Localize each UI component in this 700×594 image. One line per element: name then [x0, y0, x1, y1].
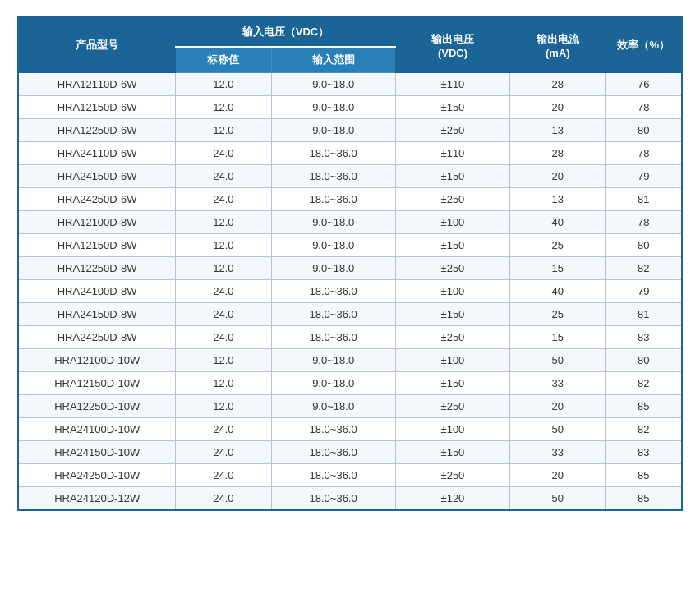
cell-output-voltage: ±250 [395, 326, 510, 349]
table-row: HRA24150D-10W24.018.0~36.0±1503383 [18, 441, 682, 464]
cell-model: HRA24250D-8W [18, 326, 176, 349]
table-row: HRA12150D-6W12.09.0~18.0±1502078 [18, 96, 682, 119]
cell-range: 9.0~18.0 [271, 234, 395, 257]
cell-model: HRA24110D-6W [18, 142, 176, 165]
cell-nominal: 24.0 [176, 188, 271, 211]
cell-efficiency: 76 [606, 73, 682, 96]
cell-output-current: 28 [510, 73, 606, 96]
cell-output-current: 50 [510, 487, 606, 511]
cell-efficiency: 80 [606, 119, 682, 142]
cell-range: 9.0~18.0 [271, 395, 395, 418]
cell-efficiency: 79 [606, 165, 682, 188]
cell-range: 18.0~36.0 [271, 487, 395, 511]
cell-nominal: 24.0 [176, 418, 271, 441]
cell-model: HRA12150D-6W [18, 96, 176, 119]
cell-output-current: 15 [510, 326, 606, 349]
cell-model: HRA12150D-8W [18, 234, 176, 257]
cell-range: 9.0~18.0 [271, 372, 395, 395]
table-row: HRA24100D-10W24.018.0~36.0±1005082 [18, 418, 682, 441]
cell-output-current: 20 [510, 464, 606, 487]
cell-model: HRA24150D-8W [18, 303, 176, 326]
cell-model: HRA12250D-8W [18, 257, 176, 280]
header-output-current: 输出电流 (mA) [510, 17, 606, 73]
cell-nominal: 12.0 [176, 211, 271, 234]
cell-range: 18.0~36.0 [271, 165, 395, 188]
cell-output-voltage: ±100 [395, 418, 510, 441]
cell-output-voltage: ±110 [395, 73, 510, 96]
cell-range: 9.0~18.0 [271, 349, 395, 372]
table-row: HRA12100D-10W12.09.0~18.0±1005080 [18, 349, 682, 372]
cell-range: 9.0~18.0 [271, 96, 395, 119]
cell-range: 9.0~18.0 [271, 257, 395, 280]
cell-range: 9.0~18.0 [271, 211, 395, 234]
table-container: 产品型号 输入电压（VDC） 输出电压 (VDC) 输出电流 (mA) 效率（%… [17, 16, 683, 511]
cell-nominal: 24.0 [176, 142, 271, 165]
cell-nominal: 24.0 [176, 487, 271, 511]
cell-range: 9.0~18.0 [271, 119, 395, 142]
header-nominal: 标称值 [176, 47, 271, 73]
cell-output-current: 28 [510, 142, 606, 165]
cell-model: HRA24150D-6W [18, 165, 176, 188]
cell-output-voltage: ±150 [395, 234, 510, 257]
cell-efficiency: 78 [606, 142, 682, 165]
table-row: HRA24120D-12W24.018.0~36.0±1205085 [18, 487, 682, 511]
cell-range: 18.0~36.0 [271, 303, 395, 326]
cell-output-current: 40 [510, 211, 606, 234]
cell-output-current: 20 [510, 395, 606, 418]
cell-nominal: 12.0 [176, 349, 271, 372]
cell-output-current: 13 [510, 119, 606, 142]
cell-nominal: 12.0 [176, 234, 271, 257]
header-input-voltage: 输入电压（VDC） [176, 17, 395, 47]
table-row: HRA24250D-10W24.018.0~36.0±2502085 [18, 464, 682, 487]
cell-output-voltage: ±110 [395, 142, 510, 165]
cell-model: HRA12250D-6W [18, 119, 176, 142]
cell-efficiency: 82 [606, 418, 682, 441]
cell-range: 18.0~36.0 [271, 280, 395, 303]
cell-nominal: 12.0 [176, 96, 271, 119]
header-model: 产品型号 [18, 17, 176, 73]
cell-output-voltage: ±250 [395, 464, 510, 487]
cell-nominal: 24.0 [176, 280, 271, 303]
cell-output-voltage: ±150 [395, 372, 510, 395]
cell-output-current: 25 [510, 303, 606, 326]
cell-output-voltage: ±150 [395, 96, 510, 119]
cell-efficiency: 80 [606, 349, 682, 372]
table-row: HRA24250D-6W24.018.0~36.0±2501381 [18, 188, 682, 211]
cell-output-voltage: ±150 [395, 165, 510, 188]
cell-output-current: 15 [510, 257, 606, 280]
cell-efficiency: 78 [606, 96, 682, 119]
header-output-voltage: 输出电压 (VDC) [395, 17, 510, 73]
cell-range: 18.0~36.0 [271, 464, 395, 487]
cell-efficiency: 83 [606, 441, 682, 464]
cell-range: 18.0~36.0 [271, 441, 395, 464]
cell-output-current: 50 [510, 418, 606, 441]
cell-nominal: 24.0 [176, 441, 271, 464]
cell-model: HRA24250D-6W [18, 188, 176, 211]
cell-output-voltage: ±150 [395, 303, 510, 326]
cell-output-current: 20 [510, 96, 606, 119]
cell-efficiency: 82 [606, 372, 682, 395]
cell-range: 18.0~36.0 [271, 142, 395, 165]
cell-nominal: 24.0 [176, 326, 271, 349]
cell-output-voltage: ±150 [395, 441, 510, 464]
cell-model: HRA24100D-10W [18, 418, 176, 441]
cell-nominal: 12.0 [176, 395, 271, 418]
cell-output-voltage: ±100 [395, 280, 510, 303]
cell-model: HRA24120D-12W [18, 487, 176, 511]
table-row: HRA12250D-8W12.09.0~18.0±2501582 [18, 257, 682, 280]
table-row: HRA24100D-8W24.018.0~36.0±1004079 [18, 280, 682, 303]
header-input-range: 输入范围 [271, 47, 395, 73]
cell-efficiency: 80 [606, 234, 682, 257]
cell-range: 18.0~36.0 [271, 418, 395, 441]
cell-output-current: 25 [510, 234, 606, 257]
table-row: HRA12110D-6W12.09.0~18.0±1102876 [18, 73, 682, 96]
cell-nominal: 24.0 [176, 303, 271, 326]
cell-output-current: 33 [510, 372, 606, 395]
cell-output-voltage: ±250 [395, 395, 510, 418]
cell-model: HRA12250D-10W [18, 395, 176, 418]
cell-model: HRA12150D-10W [18, 372, 176, 395]
table-row: HRA12250D-6W12.09.0~18.0±2501380 [18, 119, 682, 142]
cell-output-current: 33 [510, 441, 606, 464]
cell-model: HRA12100D-8W [18, 211, 176, 234]
cell-efficiency: 82 [606, 257, 682, 280]
